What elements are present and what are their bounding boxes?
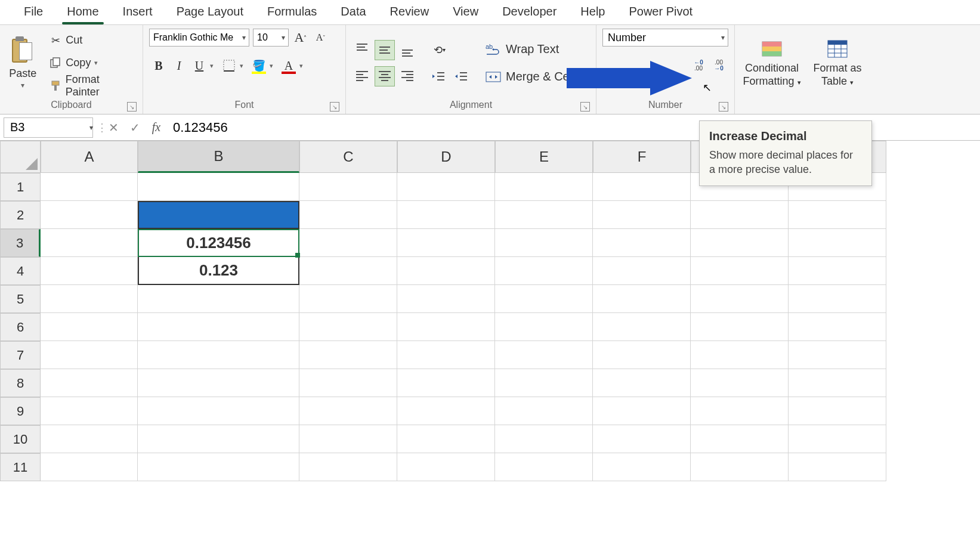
- tab-review[interactable]: Review: [378, 0, 441, 24]
- cell-c10[interactable]: [299, 425, 397, 453]
- cell-h6[interactable]: [789, 313, 886, 341]
- increase-decimal-button[interactable]: ←0.00: [689, 56, 708, 75]
- cell-e11[interactable]: [495, 453, 593, 481]
- cell-f4[interactable]: [593, 257, 691, 285]
- row-header-5[interactable]: 5: [0, 285, 41, 313]
- cell-d8[interactable]: [397, 369, 495, 397]
- align-top-button[interactable]: [352, 40, 372, 60]
- dialog-launcher-icon[interactable]: ↘: [127, 102, 137, 112]
- row-header-6[interactable]: 6: [0, 313, 41, 341]
- name-box[interactable]: [4, 117, 93, 138]
- cell-b1[interactable]: [138, 173, 299, 201]
- cell-b11[interactable]: [138, 453, 299, 481]
- tab-data[interactable]: Data: [329, 0, 378, 24]
- cell-e5[interactable]: [495, 285, 593, 313]
- fill-color-button[interactable]: 🪣: [249, 56, 268, 75]
- orientation-button[interactable]: ⟲▾: [428, 40, 451, 60]
- row-header-11[interactable]: 11: [0, 453, 41, 481]
- cell-h9[interactable]: [789, 397, 886, 425]
- cell-g5[interactable]: [691, 285, 789, 313]
- cell-a5[interactable]: [41, 285, 138, 313]
- cell-e9[interactable]: [495, 397, 593, 425]
- merge-center-button[interactable]: Merge & Cen: [482, 67, 580, 87]
- cell-f8[interactable]: [593, 369, 691, 397]
- cell-h11[interactable]: [789, 453, 886, 481]
- col-header-f[interactable]: F: [593, 141, 691, 173]
- tab-page-layout[interactable]: Page Layout: [165, 0, 255, 24]
- cell-c3[interactable]: [299, 229, 397, 257]
- paste-button[interactable]: Paste ▾: [6, 30, 39, 96]
- wrap-text-button[interactable]: ab Wrap Text: [482, 39, 580, 60]
- cell-h7[interactable]: [789, 341, 886, 369]
- cell-b9[interactable]: [138, 397, 299, 425]
- grip-icon[interactable]: ⋮: [97, 121, 103, 134]
- cell-b2[interactable]: [138, 201, 299, 229]
- cell-f11[interactable]: [593, 453, 691, 481]
- dialog-launcher-icon[interactable]: ↘: [580, 102, 590, 112]
- decrease-indent-button[interactable]: [428, 66, 449, 86]
- cell-e7[interactable]: [495, 341, 593, 369]
- cell-h3[interactable]: [789, 229, 886, 257]
- cell-d11[interactable]: [397, 453, 495, 481]
- cell-a4[interactable]: [41, 257, 138, 285]
- italic-button[interactable]: I: [169, 56, 188, 75]
- underline-button[interactable]: U: [190, 56, 209, 75]
- decrease-decimal-button[interactable]: .00→0: [709, 56, 728, 75]
- chevron-down-icon[interactable]: ▾: [850, 79, 854, 86]
- tab-help[interactable]: Help: [568, 0, 617, 24]
- cell-g7[interactable]: [691, 341, 789, 369]
- chevron-down-icon[interactable]: ▾: [210, 62, 218, 70]
- cell-b4[interactable]: 0.123: [138, 257, 299, 285]
- cell-f7[interactable]: [593, 341, 691, 369]
- dialog-launcher-icon[interactable]: ↘: [330, 102, 339, 112]
- cell-e6[interactable]: [495, 313, 593, 341]
- cell-f2[interactable]: [593, 201, 691, 229]
- cell-c4[interactable]: [299, 257, 397, 285]
- cell-a1[interactable]: [41, 173, 138, 201]
- format-painter-button[interactable]: Format Painter: [47, 76, 137, 95]
- cell-e4[interactable]: [495, 257, 593, 285]
- cell-h10[interactable]: [789, 425, 886, 453]
- dialog-launcher-icon[interactable]: ↘: [719, 102, 728, 112]
- cell-a6[interactable]: [41, 313, 138, 341]
- cell-f9[interactable]: [593, 397, 691, 425]
- cell-b10[interactable]: [138, 425, 299, 453]
- font-name-select[interactable]: [149, 29, 249, 47]
- row-header-1[interactable]: 1: [0, 173, 41, 201]
- increase-font-size-button[interactable]: A˄: [292, 29, 309, 46]
- cell-e8[interactable]: [495, 369, 593, 397]
- cell-a8[interactable]: [41, 369, 138, 397]
- col-header-d[interactable]: D: [397, 141, 495, 173]
- cell-g8[interactable]: [691, 369, 789, 397]
- cell-a9[interactable]: [41, 397, 138, 425]
- cell-g10[interactable]: [691, 425, 789, 453]
- row-header-10[interactable]: 10: [0, 425, 41, 453]
- cell-f6[interactable]: [593, 313, 691, 341]
- tab-formulas[interactable]: Formulas: [255, 0, 329, 24]
- cell-c8[interactable]: [299, 369, 397, 397]
- row-header-2[interactable]: 2: [0, 201, 41, 229]
- cell-e10[interactable]: [495, 425, 593, 453]
- cell-g11[interactable]: [691, 453, 789, 481]
- bold-button[interactable]: B: [149, 56, 168, 75]
- chevron-down-icon[interactable]: ▾: [21, 81, 24, 89]
- cell-g2[interactable]: [691, 201, 789, 229]
- cell-d4[interactable]: [397, 257, 495, 285]
- cell-e2[interactable]: [495, 201, 593, 229]
- row-header-3[interactable]: 3: [0, 229, 41, 257]
- chevron-down-icon[interactable]: ▾: [240, 62, 248, 70]
- tab-home[interactable]: Home: [55, 0, 110, 24]
- chevron-down-icon[interactable]: ▾: [299, 62, 308, 70]
- cell-c7[interactable]: [299, 341, 397, 369]
- cell-h2[interactable]: [789, 201, 886, 229]
- cell-d2[interactable]: [397, 201, 495, 229]
- cell-e3[interactable]: [495, 229, 593, 257]
- cell-f3[interactable]: [593, 229, 691, 257]
- cell-e1[interactable]: [495, 173, 593, 201]
- row-header-9[interactable]: 9: [0, 397, 41, 425]
- cell-c5[interactable]: [299, 285, 397, 313]
- align-center-button[interactable]: [375, 66, 395, 86]
- chevron-down-icon[interactable]: ▾: [94, 59, 103, 67]
- cell-g4[interactable]: [691, 257, 789, 285]
- align-left-button[interactable]: [352, 66, 372, 86]
